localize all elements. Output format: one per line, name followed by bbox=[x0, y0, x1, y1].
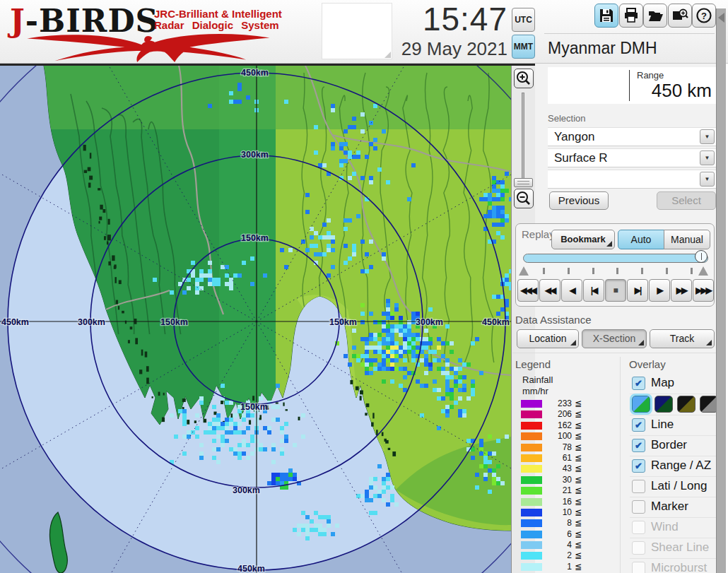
clock-date: 29 May 2021 bbox=[401, 38, 507, 62]
overlay-options: ✔Map✔Line✔Border✔Range / AZLati / LongMa… bbox=[630, 374, 716, 573]
legend-lte-symbol: ≦ bbox=[575, 420, 582, 430]
range-divider bbox=[629, 70, 630, 101]
track-button[interactable]: Track bbox=[650, 329, 715, 348]
overlay-title: Overlay bbox=[629, 358, 666, 370]
checkbox[interactable]: ✔ bbox=[632, 459, 645, 473]
overlay-row-lati-long: Lati / Long bbox=[630, 477, 716, 497]
site-value: Yangon bbox=[554, 130, 594, 144]
chevron-down-icon[interactable]: ▼ bbox=[700, 172, 715, 187]
legend-value: 61 bbox=[544, 453, 572, 463]
checkbox bbox=[632, 521, 645, 534]
ring-label: 300km bbox=[241, 150, 269, 160]
legend-lte-symbol: ≦ bbox=[575, 485, 582, 495]
legend-row: 206≦ bbox=[521, 409, 592, 420]
legend-swatch bbox=[521, 444, 542, 451]
legend-lte-symbol: ≦ bbox=[575, 463, 582, 473]
help-button[interactable]: ? bbox=[692, 4, 716, 28]
product-value: Surface R bbox=[554, 151, 608, 165]
zoom-slider-track[interactable] bbox=[522, 93, 524, 184]
legend-row: 6≦ bbox=[521, 529, 592, 540]
legend-swatch bbox=[521, 519, 542, 527]
map-style-dark-blue[interactable] bbox=[654, 396, 673, 413]
collapse-panel-icon[interactable] bbox=[718, 13, 724, 23]
play-reverse-button[interactable]: ◀ bbox=[561, 279, 582, 302]
auto-mode-button[interactable]: Auto bbox=[618, 230, 664, 249]
replay-range-start-marker[interactable] bbox=[519, 266, 529, 276]
zoom-slider-thumb[interactable] bbox=[514, 178, 533, 187]
overlay-label: Lati / Long bbox=[651, 479, 707, 493]
extra-combobox[interactable]: ▼ bbox=[548, 170, 716, 189]
ring-label: 150km bbox=[240, 402, 268, 412]
range-label: Range bbox=[637, 70, 664, 81]
panel-splitter[interactable] bbox=[716, 8, 726, 573]
ring-label: 450km bbox=[241, 68, 269, 78]
x-section-button[interactable]: X-Section bbox=[582, 329, 647, 348]
manual-mode-button[interactable]: Manual bbox=[664, 230, 710, 249]
chevron-down-icon[interactable]: ▼ bbox=[700, 150, 715, 165]
ring-label: 450km bbox=[482, 317, 510, 327]
overlay-row-microburst: Microburst bbox=[630, 559, 716, 573]
stop-button[interactable]: ■ bbox=[605, 279, 626, 302]
zoom-out-icon bbox=[515, 189, 533, 208]
select-button[interactable]: Select bbox=[657, 191, 716, 210]
chevron-down-icon[interactable]: ▼ bbox=[700, 129, 715, 144]
step-back-button[interactable]: |◀ bbox=[583, 279, 604, 302]
step-forward-button[interactable]: ▶| bbox=[627, 279, 648, 302]
play-button[interactable]: ▶ bbox=[649, 279, 670, 302]
mmt-button[interactable]: MMT bbox=[512, 35, 535, 59]
overlay-label: Shear Line bbox=[651, 540, 709, 555]
bookmark-button[interactable]: Bookmark bbox=[551, 230, 615, 249]
fast-rewind-button[interactable]: ◀◀◀ bbox=[517, 279, 539, 302]
clock-time: 15:47 bbox=[423, 1, 507, 37]
legend-row: 100≦ bbox=[521, 431, 592, 442]
overlay-label: Line bbox=[651, 418, 674, 432]
legend-value: 16 bbox=[544, 497, 572, 507]
legend-swatch bbox=[521, 563, 542, 571]
fastest-forward-button[interactable]: ▶▶▶ bbox=[693, 279, 714, 302]
legend-value: 21 bbox=[544, 485, 572, 495]
checkbox[interactable]: ✔ bbox=[632, 377, 645, 390]
zoom-out-button[interactable] bbox=[514, 189, 534, 208]
jbirds-app: J-BIRDS JRC-Brilliant & Intelligent Rada… bbox=[0, 0, 728, 573]
checkbox[interactable]: ✔ bbox=[632, 418, 645, 432]
legend-swatch bbox=[521, 410, 542, 418]
open-folder-button[interactable] bbox=[643, 4, 667, 28]
location-button[interactable]: Location bbox=[517, 329, 579, 348]
legend-value: 2 bbox=[544, 550, 572, 560]
map-style-terrain[interactable] bbox=[632, 396, 650, 413]
replay-slider-ticks bbox=[543, 268, 693, 275]
site-combobox[interactable]: Yangon ▼ bbox=[548, 127, 716, 146]
save-icon bbox=[597, 6, 616, 25]
legend-lte-symbol: ≦ bbox=[575, 518, 582, 528]
overlay-label: Microburst bbox=[651, 561, 707, 573]
save-button[interactable] bbox=[594, 4, 618, 28]
replay-slider-handle[interactable] bbox=[695, 250, 708, 263]
checkbox[interactable]: ✔ bbox=[632, 439, 645, 452]
legend-value: 162 bbox=[544, 420, 572, 430]
replay-range-end-marker[interactable] bbox=[698, 266, 708, 276]
previous-button[interactable]: Previous bbox=[549, 191, 609, 210]
fast-forward-button[interactable]: ▶▶ bbox=[671, 279, 692, 302]
ring-label: 450km bbox=[237, 564, 265, 573]
map-style-olive[interactable] bbox=[677, 396, 695, 413]
legend-row: 2≦ bbox=[521, 550, 592, 561]
image-capture-button[interactable] bbox=[668, 4, 692, 28]
selection-label: Selection bbox=[548, 113, 585, 124]
ring-label: 150km bbox=[160, 317, 188, 327]
station-name: Myanmar DMH bbox=[548, 39, 657, 58]
legend-lte-symbol: ≦ bbox=[575, 475, 582, 485]
checkbox[interactable] bbox=[632, 480, 645, 493]
radar-map[interactable]: 450km300km150km450km300km150km150km300km… bbox=[0, 66, 511, 573]
checkbox[interactable] bbox=[632, 500, 645, 514]
utc-button[interactable]: UTC bbox=[512, 8, 535, 32]
legend-swatch bbox=[521, 498, 542, 506]
rewind-button[interactable]: ◀◀ bbox=[539, 279, 560, 302]
replay-slider-track[interactable] bbox=[523, 254, 708, 263]
print-button[interactable] bbox=[619, 4, 643, 28]
replay-label: Replay bbox=[522, 228, 555, 240]
legend-value: 1 bbox=[544, 562, 572, 572]
ring-label: 150km bbox=[329, 317, 357, 327]
product-combobox[interactable]: Surface R ▼ bbox=[548, 148, 716, 167]
legend-value: 100 bbox=[544, 431, 572, 441]
zoom-in-button[interactable] bbox=[514, 69, 534, 88]
